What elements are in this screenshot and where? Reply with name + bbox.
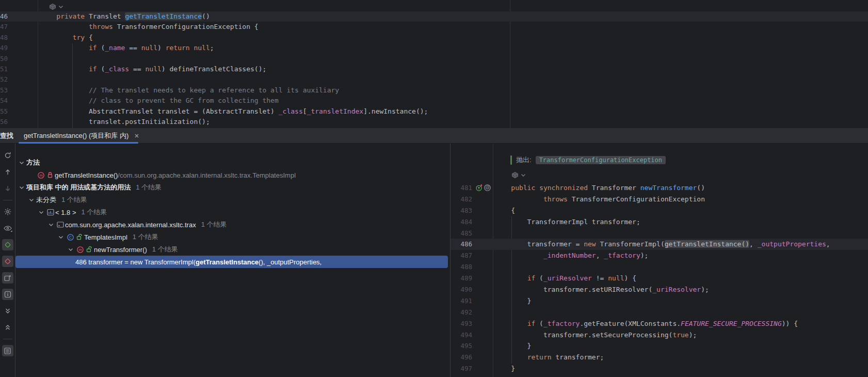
line-number: 493 [451, 318, 472, 329]
preview-code-line[interactable]: 490 transformer.setURIResolver(_uriResol… [451, 284, 868, 295]
line-number: 486 [451, 239, 472, 250]
line-number: 490 [451, 284, 472, 295]
preview-code-line[interactable]: 494 transformer.setSecureProcessing(true… [451, 329, 868, 341]
code-text: // class to prevent the GC from collecti… [40, 96, 279, 106]
node-label: 项目和库 中的 用法或基方法的用法 [26, 183, 131, 192]
close-icon[interactable] [134, 133, 140, 139]
lock-closed-icon [45, 171, 55, 179]
expand-all-button[interactable] [2, 305, 13, 317]
preview-code-line[interactable]: 495 } [451, 340, 868, 352]
code-line[interactable]: 47 throws TransformerConfigurationExcept… [0, 22, 868, 32]
code-text: } [495, 295, 531, 307]
preview-code-line[interactable]: 481@ public synchronized Transformer new… [451, 182, 868, 194]
tree-row[interactable]: 未分类1 个结果 [15, 194, 450, 206]
method-inlay[interactable] [511, 170, 526, 180]
code-line[interactable]: 53 // The translet needs to keep a refer… [0, 85, 868, 96]
node-label: 未分类 [36, 195, 56, 205]
tree-row[interactable]: mnewTransformer()1 个结果 [15, 243, 450, 256]
top-editor-lines: 46 private Translet getTransletInstance(… [0, 11, 868, 127]
line-number: 487 [451, 250, 472, 261]
preview-code-line[interactable]: 497 } [451, 363, 868, 374]
code-line[interactable]: 52 [0, 74, 868, 85]
green-diamond-button[interactable] [2, 239, 13, 250]
tree-row[interactable]: 项目和库 中的 用法或基方法的用法1 个结果 [15, 181, 450, 194]
arrow-up-button[interactable] [2, 166, 13, 178]
usage-row[interactable]: 486 transformer = new TransformerImpl(ge… [15, 256, 448, 268]
preview-toggle-button[interactable] [2, 345, 13, 356]
code-text: return transformer; [495, 352, 604, 363]
svg-text:C: C [69, 235, 72, 240]
code-line[interactable]: 54 // class to prevent the GC from colle… [0, 96, 868, 106]
find-results-tab[interactable]: getTransletInstance() (项目和库 内) [19, 128, 145, 144]
preview-code-line[interactable]: 485 [451, 228, 868, 239]
cube-icon[interactable] [49, 3, 56, 10]
arrow-down-icon [4, 185, 11, 192]
eye-button[interactable] [2, 223, 13, 234]
tree-row[interactable]: mgetTransletInstance() /com.sun.org.apac… [15, 169, 450, 181]
preview-code-line[interactable]: 492 [451, 307, 868, 318]
collapse-all-button[interactable] [2, 322, 13, 333]
preview-code-line[interactable]: 489 if (_uriResolver != null) { [451, 273, 868, 284]
preview-code-line[interactable]: 487 _indentNumber, _tfactory); [451, 250, 868, 261]
code-line[interactable]: 51 if (_class == null) defineTransletCla… [0, 64, 868, 74]
code-line[interactable]: 56 translet.postInitialization(); [0, 117, 868, 127]
code-line[interactable]: 50 [0, 54, 868, 64]
red-diamond-icon [4, 258, 11, 265]
preview-code-line[interactable]: 493 if (_tfactory.getFeature(XMLConstant… [451, 318, 868, 329]
new-window-button[interactable] [2, 272, 13, 284]
chevron-down-icon[interactable] [27, 197, 36, 203]
chevron-down-icon[interactable] [17, 160, 26, 166]
code-line[interactable]: 49 if (_name == null) return null; [0, 43, 868, 53]
preview-code-line[interactable]: 484 TransformerImpl transformer; [451, 216, 868, 228]
preview-code-line[interactable]: 491 } [451, 295, 868, 307]
rerun-button[interactable] [2, 150, 13, 161]
chevron-down-icon[interactable] [56, 234, 66, 240]
chevron-down-icon[interactable] [46, 222, 56, 228]
close-icon[interactable] [134, 133, 140, 139]
gear-button[interactable] [2, 206, 13, 217]
tree-row[interactable]: CTemplatesImpl1 个结果 [15, 231, 450, 243]
arrow-up-icon [4, 168, 11, 176]
tree-row[interactable]: 方法 [15, 156, 450, 169]
top-code-editor[interactable]: 46 private Translet getTransletInstance(… [0, 0, 868, 128]
usage-text: (), _outputProperties, [259, 258, 322, 266]
chevron-down-icon[interactable] [37, 209, 46, 215]
preview-code-line[interactable]: 483 { [451, 205, 868, 216]
node-label: getTransletInstance() [55, 171, 118, 179]
result-count: 1 个结果 [61, 195, 87, 205]
preview-code-line[interactable]: 482 throws TransformerConfigurationExcep… [451, 194, 868, 205]
code-line[interactable]: 48 try { [0, 33, 868, 43]
tree-row[interactable]: < 1.8 >1 个结果 [15, 206, 450, 218]
preview-code-line[interactable]: 486 transformer = new TransformerImpl(ge… [451, 239, 868, 250]
chevron-down-icon[interactable] [58, 4, 64, 10]
preview-code-line[interactable]: 488 [451, 261, 868, 273]
preview-code-lines: 481@ public synchronized Transformer new… [451, 182, 868, 374]
line-number: 482 [451, 194, 472, 205]
implements-gutter-icon[interactable] [475, 184, 483, 192]
usages-tree[interactable]: 方法mgetTransletInstance() /com.sun.org.ap… [15, 144, 450, 377]
find-tab-label: getTransletInstance() (项目和库 内) [24, 131, 128, 140]
code-line[interactable]: 46 private Translet getTransletInstance(… [0, 11, 868, 22]
info-button[interactable] [2, 289, 13, 300]
line-number: 481 [451, 182, 472, 194]
green-diamond-icon [4, 241, 11, 248]
arrow-down-button[interactable] [2, 183, 13, 194]
preview-code-line[interactable]: 496 return transformer; [451, 352, 868, 363]
exception-chip[interactable]: TransformerConfigurationException [536, 156, 666, 164]
usage-preview-editor[interactable]: 抛出: TransformerConfigurationException 48… [450, 144, 868, 377]
red-diamond-button[interactable] [2, 256, 13, 267]
chevron-down-icon[interactable] [66, 246, 75, 253]
method-inlay[interactable] [49, 2, 64, 11]
code-text: { [495, 205, 515, 216]
result-count: 1 个结果 [81, 208, 107, 217]
chevron-down-icon[interactable] [17, 184, 26, 191]
tree-row[interactable]: com.sun.org.apache.xalan.internal.xsltc.… [15, 218, 450, 231]
cube-icon[interactable] [511, 171, 519, 179]
svg-text:@: @ [485, 185, 490, 190]
chevron-down-icon[interactable] [520, 172, 526, 178]
code-text: _indentNumber, _tfactory); [495, 250, 648, 261]
code-line[interactable]: 55 AbstractTranslet translet = (Abstract… [0, 106, 868, 117]
annotation-gutter-icon[interactable]: @ [484, 184, 491, 192]
doc-render-bar [510, 155, 512, 165]
code-text: public synchronized Transformer newTrans… [495, 182, 705, 194]
